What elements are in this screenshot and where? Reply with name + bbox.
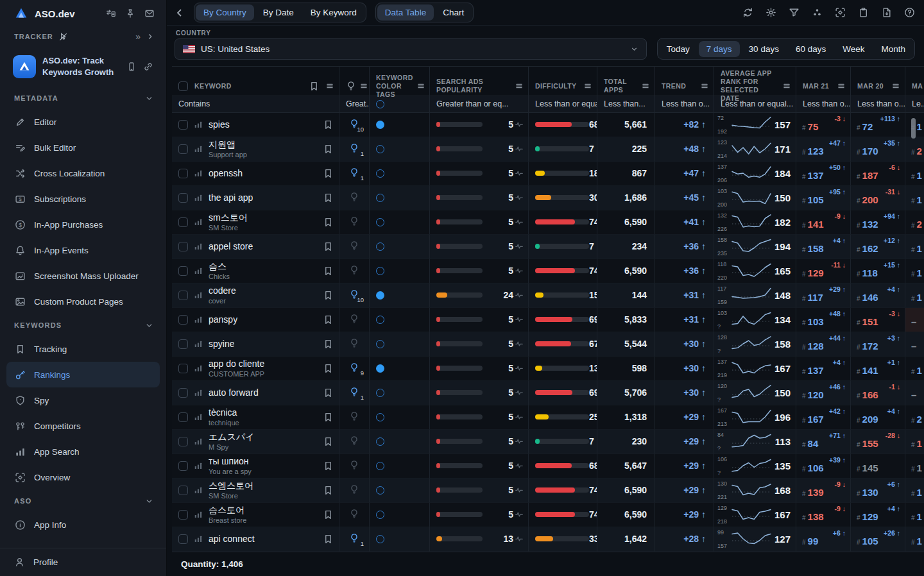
tab-chart[interactable]: Chart: [435, 4, 472, 21]
bulb-icon[interactable]: [349, 216, 359, 228]
table-row[interactable]: 스엠스토어SM Store 5 74 6,590 +29 ↑ 130221 16…: [172, 479, 924, 503]
sidebar-item-bulk-editor[interactable]: Bulk Editor: [6, 135, 160, 160]
bookmark-icon[interactable]: [323, 363, 334, 374]
select-all-checkbox[interactable]: [178, 81, 188, 91]
bulb-icon[interactable]: [349, 484, 359, 496]
column-header-total_apps[interactable]: TOTAL APPS: [597, 67, 654, 106]
sidebar-item-custom-product-pages[interactable]: Custom Product Pages: [6, 289, 160, 314]
color-tag-circle[interactable]: [376, 194, 384, 202]
mail-icon[interactable]: [144, 8, 155, 19]
row-checkbox[interactable]: [178, 120, 188, 130]
column-header-mar21[interactable]: MAR 21: [796, 67, 850, 106]
bookmark-icon[interactable]: [323, 144, 334, 155]
sidebar-item-overview[interactable]: Overview: [6, 464, 160, 490]
bookmark-icon[interactable]: [323, 217, 334, 228]
scan-icon[interactable]: [835, 7, 846, 18]
bulb-icon[interactable]: [349, 314, 359, 326]
column-menu-icon[interactable]: [701, 82, 708, 90]
range-week[interactable]: Week: [835, 41, 872, 57]
table-row[interactable]: api connect 1 13 33 1,642 +28 ↑ 99157 12…: [172, 527, 924, 552]
bookmark-icon[interactable]: [323, 119, 334, 130]
column-header-mar20[interactable]: MAR 20: [850, 67, 905, 106]
table-row[interactable]: ты шпионYou are a spy 5 68 5,647 +29 ↑ 1…: [172, 454, 924, 479]
country-select[interactable]: US: United States: [175, 38, 647, 60]
tracked-app-card[interactable]: ASO.dev: Track Keywords Growth: [6, 50, 160, 83]
bookmark-icon[interactable]: [323, 534, 334, 545]
sidebar-item-tracking[interactable]: Tracking: [6, 336, 160, 362]
bookmark-icon[interactable]: [323, 461, 334, 471]
bulb-icon[interactable]: 10: [349, 119, 359, 131]
vertical-scrollbar[interactable]: [911, 118, 916, 139]
bookmark-icon[interactable]: [323, 509, 334, 520]
sidebar-item-app-info[interactable]: App Info: [6, 512, 160, 538]
color-tag-circle[interactable]: [376, 462, 384, 470]
range-today[interactable]: Today: [659, 41, 697, 57]
row-checkbox[interactable]: [178, 169, 188, 178]
sidebar-item-screenshot-mass-uploader[interactable]: Screenshot Mass Uploader: [6, 263, 160, 289]
table-row[interactable]: 지원앱Support app 1 5 7 225 +48 ↑ 123214 17…: [172, 137, 924, 162]
bookmark-icon[interactable]: [323, 436, 334, 447]
section-header-keywords[interactable]: KEYWORDS: [0, 314, 166, 336]
sidebar-item-editor[interactable]: Editor: [6, 109, 160, 135]
filter-icon[interactable]: [789, 7, 800, 18]
color-tag-circle[interactable]: [376, 242, 384, 251]
bulb-icon[interactable]: 10: [349, 289, 359, 301]
sidebar-item-app-search[interactable]: App Search: [6, 439, 160, 464]
table-row[interactable]: tècnicatechnique 5 25 1,318 +29 ↑ 167213…: [172, 405, 924, 430]
row-checkbox[interactable]: [178, 144, 188, 154]
row-checkbox[interactable]: [178, 534, 188, 544]
color-tag-circle[interactable]: [376, 389, 384, 397]
section-header-metadata[interactable]: METADATA: [0, 87, 166, 109]
table-row[interactable]: app do clienteCUSTOMER APP 9 5 13 598 +3…: [172, 357, 924, 381]
table-row[interactable]: appel store 5 7 234 +36 ↑ 158235 194 +4 …: [172, 235, 924, 259]
settings-icon[interactable]: [766, 7, 776, 18]
table-row[interactable]: 슴스토어Breast store 5 74 6,590 +29 ↑ 129218…: [172, 503, 924, 527]
tab-data-table[interactable]: Data Table: [377, 4, 434, 21]
chevron-right-icon[interactable]: [146, 32, 155, 41]
range-month[interactable]: Month: [873, 41, 913, 57]
bookmark-icon[interactable]: [323, 290, 334, 301]
tab-by-keyword[interactable]: By Keyword: [303, 4, 364, 21]
translate-icon[interactable]: [106, 8, 116, 19]
bulb-icon[interactable]: 1: [349, 143, 359, 155]
bulb-icon[interactable]: 1: [349, 533, 359, 545]
column-menu-icon[interactable]: [584, 82, 592, 90]
row-checkbox[interactable]: [178, 364, 188, 373]
column-menu-icon[interactable]: [837, 82, 845, 90]
palette-dots-icon[interactable]: [812, 7, 823, 18]
table-row[interactable]: spyine 5 67 5,544 +30 ↑ 128? 158 +44 ↑#1…: [172, 332, 924, 357]
row-checkbox[interactable]: [178, 437, 188, 446]
color-tag-circle[interactable]: [376, 364, 384, 373]
row-checkbox[interactable]: [178, 388, 188, 398]
sidebar-item-in-app-purchases[interactable]: $In-App Purchases: [6, 212, 160, 237]
row-checkbox[interactable]: [178, 510, 188, 520]
tab-by-country[interactable]: By Country: [196, 4, 254, 21]
color-tag-circle[interactable]: [376, 218, 384, 226]
row-checkbox[interactable]: [178, 242, 188, 251]
column-header-suggest[interactable]: [339, 67, 369, 106]
color-tag-circle[interactable]: [376, 267, 384, 275]
color-tag-circle[interactable]: [376, 291, 384, 300]
bulb-icon[interactable]: 1: [349, 167, 359, 180]
table-row[interactable]: panspy 5 69 5,833 +31 ↑ 103? 134 +48 ↑#1…: [172, 308, 924, 332]
bulb-icon[interactable]: [349, 192, 359, 204]
color-tag-circle[interactable]: [376, 121, 384, 129]
bulb-icon[interactable]: [349, 241, 359, 253]
row-checkbox[interactable]: [178, 461, 188, 471]
color-tag-circle[interactable]: [376, 437, 384, 446]
bookmark-icon[interactable]: [323, 266, 334, 276]
row-checkbox[interactable]: [178, 266, 188, 276]
bulb-icon[interactable]: [349, 265, 359, 277]
color-tag-circle[interactable]: [376, 169, 384, 178]
refresh-icon[interactable]: [742, 7, 753, 18]
tab-by-date[interactable]: By Date: [255, 4, 302, 21]
section-header-aso[interactable]: ASO: [0, 490, 166, 512]
column-menu-icon[interactable]: [642, 82, 649, 90]
column-menu-icon[interactable]: [417, 82, 425, 90]
column-header-trend[interactable]: TREND: [654, 67, 714, 106]
column-menu-icon[interactable]: [515, 82, 523, 90]
report-icon[interactable]: [881, 7, 892, 18]
bulb-icon[interactable]: [349, 460, 359, 472]
bulb-icon[interactable]: 1: [349, 387, 359, 399]
row-checkbox[interactable]: [178, 217, 188, 227]
